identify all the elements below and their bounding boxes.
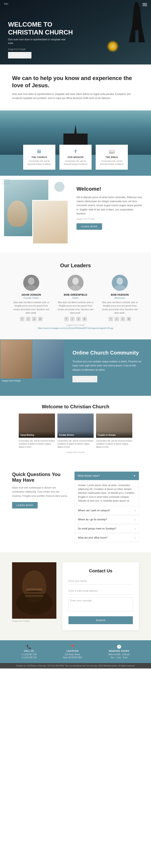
featured-question-box[interactable]: What should I wear? ▼ [75, 472, 139, 480]
gallery-item-2: Couples in Groups Consectetur elit, sed … [96, 413, 132, 448]
questions-heading: Quick Questions You May Have [12, 472, 69, 483]
linkedin-icon[interactable]: in [82, 317, 87, 321]
phone-icon: 📞 [21, 644, 36, 649]
welcome-learn-more-button[interactable]: LEARN MORE [76, 223, 102, 230]
feature-desc-1: Consectetur elit, sed do eiusmod tempor … [63, 160, 88, 166]
hero-section: logo WELCOME TOCHRISTIAN CHURCH Duis aut… [0, 0, 151, 64]
bible-icon: 📖 [99, 149, 125, 154]
leader-card-0: ADAM JONSON Founder Pastor Dlas aute nis… [13, 275, 49, 321]
contact-heading: Contact Us [69, 568, 133, 574]
accordion-item-2: Do small groups meet on Sundays? › [75, 524, 139, 533]
name-input[interactable] [69, 578, 133, 585]
feature-desc-0: Consectetur elit, sed do eiusmod tempor … [26, 160, 52, 166]
help-section: We can to help you know and experience t… [0, 64, 151, 111]
leader-card-1: BOB GREENFIELD Pastor Dlas aute nisi lib… [58, 275, 93, 321]
bottom-strip: Contact us: 123 Road, is that way. 123 C… [0, 663, 151, 669]
community-image-1 [0, 340, 32, 379]
welcome-body: Elit ut aliquam purus sit amet lectus ve… [76, 195, 143, 216]
youtube-icon[interactable]: y [121, 317, 125, 321]
leader-role-1: Pastor [58, 297, 93, 299]
questions-left: Quick Questions You May Have Etiam erat … [12, 472, 69, 542]
svg-point-7 [72, 278, 79, 285]
feature-card-church: 🏛 THE CHURCH Consectetur elit, sed do ei… [23, 145, 55, 170]
submit-button[interactable]: Submit [69, 616, 133, 624]
leader-card-2: BOB HUDSON Missionary Dlas aute nisi lib… [102, 275, 138, 321]
accordion-chevron-3: › [135, 536, 136, 539]
accordion-question-3[interactable]: What are your office hours? › [75, 533, 139, 542]
svg-rect-15 [26, 588, 42, 590]
twitter-icon[interactable]: t [26, 317, 30, 321]
community-learn-more-button[interactable]: LEARN MORE [73, 376, 97, 382]
leader-bio-1: Dlas aute nisi libero molestie ante ut f… [58, 301, 93, 315]
svg-point-10 [117, 278, 123, 285]
gallery-item-0: Camp Meeting Consectetur elit, sed do ei… [19, 413, 55, 448]
community-images: Images from Freepik [0, 339, 65, 396]
pray-image-2 [32, 200, 69, 244]
message-input[interactable] [69, 597, 133, 612]
twitter-icon[interactable]: t [70, 317, 75, 321]
youtube-icon[interactable]: y [32, 317, 36, 321]
gallery-image-1: Sunday Service [58, 413, 93, 438]
accordion-q-text-0: Where can I park on campus? [78, 509, 110, 512]
welcome-images-wrap [0, 176, 69, 252]
gallery-label-0: Camp Meeting [20, 434, 34, 436]
welcome-heading: Welcome! [76, 186, 143, 192]
menu-icon[interactable] [143, 2, 147, 7]
hero-read-more-button[interactable]: READ MORE [8, 52, 31, 58]
welcome-image-credit: Images from Freepik [76, 218, 143, 220]
gallery-desc-1: Consectetur elit, sed do eiusmod tempor … [58, 439, 93, 448]
leader-name-2: BOB HUDSON [102, 293, 138, 296]
help-heading: We can to help you know and experience t… [12, 74, 139, 89]
facebook-icon[interactable]: f [64, 317, 69, 321]
linkedin-icon[interactable]: in [127, 317, 131, 321]
featured-answer: Answer: Lorem ipsum dolor sit amet, cons… [75, 480, 139, 506]
features-section: 🏛 THE CHURCH Consectetur elit, sed do ei… [0, 111, 151, 176]
accordion-item-0: Where can I park on campus? › [75, 506, 139, 515]
email-input[interactable] [69, 587, 133, 594]
hero-image-credit: Image from Freepik [8, 48, 73, 51]
clock-icon: 🕐 [109, 644, 130, 649]
accordion-q-text-2: Do small groups meet on Sundays? [78, 527, 116, 530]
twitter-icon[interactable]: t [115, 317, 119, 321]
footer-call-label: CALL US [21, 650, 36, 652]
hero-title: WELCOME TOCHRISTIAN CHURCH [8, 21, 73, 36]
facebook-icon[interactable]: f [20, 317, 24, 321]
footer-location-value: 123 Road, Street,Sault, MI 00760-9663 [63, 653, 82, 659]
hero-sun-decoration [107, 40, 119, 53]
accordion-q-text-3: What are your office hours? [78, 536, 108, 539]
footer-call-value: +1 (123) 987 124+1 (124) 987 124 [21, 653, 36, 659]
gallery-section: Welcome to Christian Church Camp Meeting… [0, 396, 151, 462]
leader-avatar-1 [68, 275, 83, 291]
community-image-credit: Images from Freepik [0, 379, 64, 395]
footer-bar: 📞 CALL US +1 (123) 987 124+1 (124) 987 1… [0, 640, 151, 663]
leaders-section: Our Leaders ADAM JONSON Founder Pastor D… [0, 252, 151, 339]
accordion-question-0[interactable]: Where can I park on campus? › [75, 506, 139, 515]
chevron-down-icon: ▼ [133, 474, 136, 477]
youtube-icon[interactable]: y [76, 317, 81, 321]
accordion-chevron-2: › [135, 527, 136, 530]
leader-name-0: ADAM JONSON [13, 293, 49, 296]
gallery-item-1: Sunday Service Consectetur elit, sed do … [58, 413, 93, 448]
help-body: Duis aute irure dolor in reprehenderit i… [12, 92, 133, 100]
footer-call: 📞 CALL US +1 (123) 987 124+1 (124) 987 1… [21, 644, 36, 659]
footer-location: 📍 LOCATION 123 Road, Street,Sault, MI 00… [63, 644, 82, 659]
gallery-img-overlay-0: Camp Meeting [19, 431, 55, 438]
leaders-image-url: https://assets.nicepages.com/mc/v2/clien… [12, 327, 139, 329]
cross-icon: ✝ [63, 149, 88, 154]
gallery-img-overlay-1: Sunday Service [58, 431, 93, 438]
accordion-question-1[interactable]: Where do I go for worship? › [75, 515, 139, 524]
leaders-heading: Our Leaders [12, 262, 139, 269]
questions-learn-more-button[interactable]: LEARN MORE [12, 502, 38, 508]
gallery-image-0: Camp Meeting [19, 413, 55, 438]
community-section: Images from Freepik Online Church Commun… [0, 339, 151, 396]
location-icon: 📍 [63, 644, 82, 649]
facebook-icon[interactable]: f [109, 317, 113, 321]
leader-name-1: BOB GREENFIELD [58, 293, 93, 296]
feature-title-2: THE BIBLE [99, 156, 125, 158]
footer-location-label: LOCATION [63, 650, 82, 652]
welcome-section: Welcome! Elit ut aliquam purus sit amet … [0, 176, 151, 252]
linkedin-icon[interactable]: in [38, 317, 42, 321]
leader-social-0: f t y in [13, 317, 49, 321]
accordion-question-2[interactable]: Do small groups meet on Sundays? › [75, 524, 139, 533]
featured-question-text: What should I wear? [78, 474, 100, 477]
